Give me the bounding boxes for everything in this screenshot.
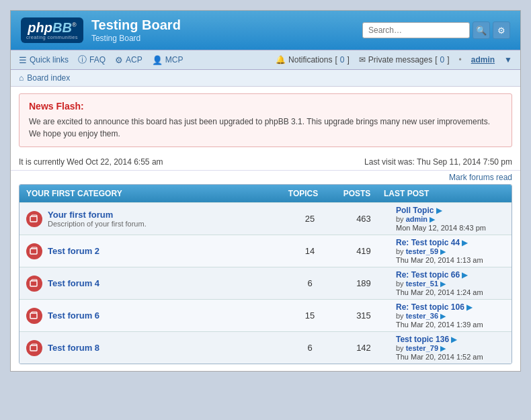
last-visit: Last visit was: Thu Sep 11, 2014 7:50 pm [364, 157, 512, 167]
bb-text: BB [52, 20, 72, 35]
forum-name[interactable]: Your first forum [48, 210, 147, 220]
view-profile-icon: ▶ [440, 344, 446, 352]
forum-cell-name: Test forum 6 [19, 302, 283, 329]
breadcrumb: ⌂ Board index [11, 70, 520, 87]
forum-row: Test forum 8 6 142 Test topic 136 ▶ by t… [19, 331, 512, 364]
last-poster-link[interactable]: admin [406, 215, 427, 223]
last-poster-link[interactable]: tester_36 [406, 312, 438, 320]
mcp-icon: 👤 [152, 55, 163, 65]
forum-lastpost-cell: Re: Test topic 44 ▶ by tester_59 ▶ Thu M… [391, 235, 512, 267]
acp-icon: ⚙ [115, 55, 123, 65]
header: phpBB® creating communities Testing Boar… [11, 11, 520, 50]
logo-wrapper: phpBB® creating communities [26, 20, 78, 40]
view-profile-icon: ▶ [440, 247, 446, 255]
forum-rows-container: Your first forum Description of your fir… [19, 202, 512, 364]
board-title-area: Testing Board Testing Board [91, 17, 181, 43]
view-profile-icon: ▶ [440, 312, 446, 320]
notifications-count-link[interactable]: 0 [340, 55, 345, 65]
dot-separator: • [459, 55, 462, 65]
forum-table-header: YOUR FIRST CATEGORY TOPICS POSTS LAST PO… [19, 185, 512, 202]
last-topic-title[interactable]: Poll Topic ▶ [396, 206, 506, 215]
advanced-search-button[interactable]: ⚙ [493, 22, 510, 39]
last-topic-title[interactable]: Re: Test topic 106 ▶ [396, 302, 506, 312]
last-post-date: Mon May 12, 2014 8:43 pm [396, 224, 506, 232]
col-lastpost: LAST POST [384, 189, 505, 198]
last-post-byline: by admin ▶ [396, 215, 506, 224]
mark-read-bar: Mark forums read [11, 171, 520, 184]
quick-links-label: Quick links [30, 55, 69, 65]
faq-nav[interactable]: ⓘ FAQ [78, 54, 106, 66]
col-category: YOUR FIRST CATEGORY [26, 189, 276, 198]
envelope-icon: ✉ [359, 55, 366, 65]
news-flash-title: News Flash: [29, 101, 502, 112]
pm-count-link[interactable]: 0 [440, 55, 445, 65]
faq-icon: ⓘ [78, 54, 87, 66]
col-posts: POSTS [330, 189, 384, 198]
forum-name[interactable]: Test forum 8 [48, 343, 99, 353]
forum-name-area: Test forum 2 [48, 246, 99, 256]
acp-nav[interactable]: ⚙ ACP [115, 55, 142, 65]
forum-name-area: Test forum 6 [48, 310, 99, 321]
quick-links-nav[interactable]: ☰ Quick links [19, 55, 69, 65]
phpbb-logo-text: phpBB® [28, 20, 76, 36]
view-post-icon: ▶ [451, 335, 456, 343]
svg-rect-0 [30, 216, 37, 222]
col-topics: TOPICS [276, 189, 330, 198]
view-post-icon: ▶ [436, 206, 442, 214]
notifications-label: Notifications [288, 55, 332, 65]
svg-rect-1 [30, 249, 37, 254]
last-poster-link[interactable]: tester_59 [406, 247, 438, 255]
news-flash: News Flash: We are excited to announce t… [19, 93, 512, 147]
home-icon: ⌂ [19, 73, 24, 83]
last-post-date: Thu Mar 20, 2014 1:13 am [396, 256, 506, 264]
svg-rect-2 [30, 281, 37, 286]
mcp-label: MCP [165, 55, 183, 65]
admin-user-link[interactable]: admin [471, 55, 495, 65]
search-button[interactable]: 🔍 [473, 22, 490, 39]
view-post-icon: ▶ [466, 303, 472, 311]
svg-rect-4 [30, 345, 37, 351]
forum-topics-count: 6 [283, 340, 337, 355]
forum-name-area: Your first forum Description of your fir… [48, 210, 147, 228]
forum-lastpost-cell: Poll Topic ▶ by admin ▶ Mon May 12, 2014… [391, 203, 512, 235]
phpbb-logo: phpBB® creating communities [21, 17, 83, 43]
forum-icon [26, 340, 42, 356]
forum-name[interactable]: Test forum 6 [48, 310, 99, 321]
reg-mark: ® [72, 22, 77, 28]
forum-name[interactable]: Test forum 2 [48, 246, 99, 256]
last-topic-title[interactable]: Test topic 136 ▶ [396, 335, 506, 344]
forum-desc: Description of your first forum. [48, 220, 147, 228]
acp-label: ACP [126, 55, 142, 65]
forum-posts-count: 463 [337, 211, 391, 226]
notifications-item: 🔔 Notifications [0] [276, 55, 350, 65]
forum-topics-count: 15 [283, 308, 337, 323]
last-post-byline: by tester_51 ▶ [396, 280, 506, 288]
status-bar: It is currently Wed Oct 22, 2014 6:55 am… [11, 154, 520, 171]
last-poster-link[interactable]: tester_79 [406, 344, 438, 352]
last-topic-title[interactable]: Re: Test topic 44 ▶ [396, 238, 506, 247]
forum-icon [26, 243, 42, 259]
logo-subtitle: creating communities [26, 34, 78, 40]
nav-right: 🔔 Notifications [0] ✉ Private messages [… [276, 55, 512, 65]
search-input[interactable] [362, 22, 470, 38]
nav-bar: ☰ Quick links ⓘ FAQ ⚙ ACP 👤 MCP 🔔 Notifi… [11, 50, 520, 70]
board-desc: Testing Board [91, 34, 140, 43]
dropdown-icon: ▼ [504, 55, 512, 65]
current-time: It is currently Wed Oct 22, 2014 6:55 am [19, 157, 163, 167]
pm-item: ✉ Private messages [0] [359, 55, 450, 65]
board-title: Testing Board [91, 17, 181, 33]
forum-name[interactable]: Test forum 4 [48, 278, 99, 288]
forum-icon [26, 308, 42, 324]
forum-lastpost-cell: Re: Test topic 66 ▶ by tester_51 ▶ Thu M… [391, 267, 512, 299]
last-poster-link[interactable]: tester_51 [406, 280, 438, 288]
forum-lastpost-cell: Test topic 136 ▶ by tester_79 ▶ Thu Mar … [391, 332, 512, 364]
svg-rect-3 [30, 313, 37, 319]
forum-table: YOUR FIRST CATEGORY TOPICS POSTS LAST PO… [19, 184, 512, 364]
forum-lastpost-cell: Re: Test topic 106 ▶ by tester_36 ▶ Thu … [391, 300, 512, 331]
forum-row: Test forum 6 15 315 Re: Test topic 106 ▶… [19, 299, 512, 331]
news-flash-body: We are excited to announce this board ha… [29, 116, 502, 140]
last-topic-title[interactable]: Re: Test topic 66 ▶ [396, 270, 506, 280]
mark-forums-read-link[interactable]: Mark forums read [449, 173, 512, 182]
mcp-nav[interactable]: 👤 MCP [152, 55, 183, 65]
board-index-link[interactable]: Board index [27, 73, 70, 83]
